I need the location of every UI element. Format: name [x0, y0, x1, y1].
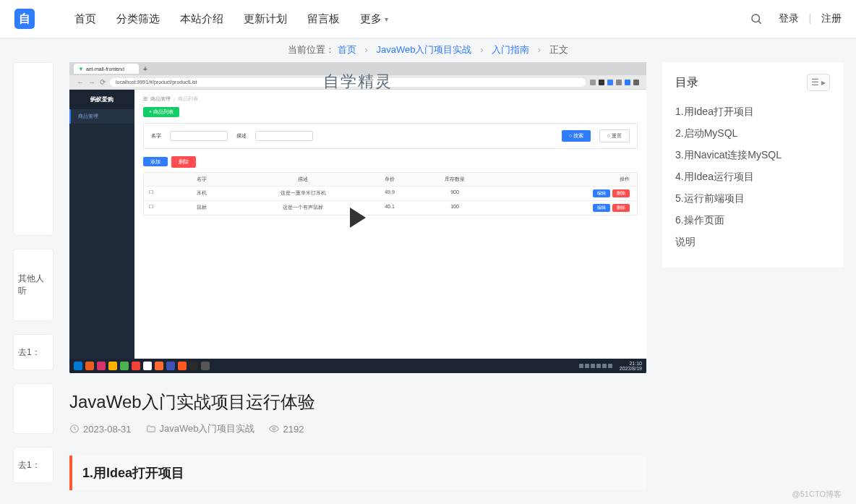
del-btn: 删除	[612, 189, 630, 197]
toc-title: 目录	[675, 75, 698, 90]
windows-icon	[74, 362, 82, 370]
td: 耳机	[158, 187, 245, 200]
tray-icon	[579, 364, 583, 368]
tray-icon	[602, 364, 607, 368]
tb-icon	[166, 362, 175, 370]
login-link[interactable]: 登录	[779, 12, 799, 24]
toc-item[interactable]: 1.用Idea打开项目	[675, 101, 830, 123]
eye-icon	[269, 424, 279, 434]
green-button: + 商品列表	[143, 107, 179, 117]
ext-icon	[590, 80, 596, 85]
delete-button: 删除	[171, 156, 196, 168]
toc-header: 目录 ☰ ▸	[675, 74, 830, 91]
tb-icon	[132, 362, 140, 370]
td: 900	[419, 187, 491, 200]
toc-item[interactable]: 4.用Idea运行项目	[675, 166, 830, 188]
table-row: ☐ 鼠标 这是一个有声鼠标 40.1 100 编辑删除	[144, 200, 637, 215]
data-table: 名字 描述 单价 库存数量 操作 ☐ 耳机 这是一重单米打耳机 49.9	[143, 172, 638, 215]
nav-filter[interactable]: 分类筛选	[116, 12, 160, 26]
toc-item[interactable]: 2.启动MySQL	[675, 123, 830, 145]
video-watermark: 自学精灵	[323, 71, 393, 93]
nav-links: 首页 分类筛选 本站介绍 更新计划 留言板 更多▾	[74, 12, 750, 26]
site-logo[interactable]: 自	[14, 9, 35, 29]
tb-icon	[85, 362, 94, 370]
del-btn: 删除	[612, 204, 630, 212]
crumb-cat[interactable]: JavaWeb入门项目实战	[377, 44, 472, 55]
crumb-home[interactable]: 首页	[338, 44, 356, 55]
auth-divider: |	[808, 12, 811, 24]
article-title: JavaWeb入门实战项目运行体验	[69, 390, 646, 414]
search-button: ○ 搜索	[562, 130, 591, 142]
nav-guestbook[interactable]: 留言板	[307, 12, 340, 26]
td: 49.9	[361, 187, 419, 200]
td: 鼠标	[158, 201, 245, 215]
th: 操作	[491, 173, 637, 186]
crumb-text: 商品列表	[178, 95, 198, 103]
table-header: 名字 描述 单价 库存数量 操作	[144, 173, 637, 186]
browser-tab: ▼ant-mall-frontend	[74, 64, 139, 74]
clock-icon	[69, 424, 80, 434]
ext-icons	[590, 80, 639, 85]
edit-btn: 编辑	[593, 189, 610, 197]
th-checkbox	[144, 173, 158, 186]
toc-panel: 目录 ☰ ▸ 1.用Idea打开项目 2.启动MySQL 3.用Navicat连…	[662, 62, 843, 268]
tb-icon	[108, 362, 117, 370]
frag-card: 去1：	[13, 447, 54, 483]
nav-home[interactable]: 首页	[74, 12, 96, 26]
register-link[interactable]: 注册	[821, 12, 842, 24]
tray-icons	[579, 364, 612, 368]
crumb-sep: ›	[365, 44, 368, 55]
filter-box: 名字 描述 ○ 搜索 ○ 重置	[143, 123, 638, 149]
reset-button: ○ 重置	[599, 129, 630, 142]
toc-item[interactable]: 6.操作页面	[675, 210, 830, 231]
meta-category[interactable]: JavaWeb入门项目实战	[146, 422, 255, 435]
nav-about[interactable]: 本站介绍	[180, 12, 223, 26]
td-checkbox: ☐	[144, 187, 158, 200]
reload-icon: ⟳	[100, 78, 106, 86]
table-row: ☐ 耳机 这是一重单米打耳机 49.9 900 编辑删除	[144, 186, 637, 200]
frag-card: 去1：	[13, 334, 54, 370]
filter-input	[170, 131, 228, 141]
td-actions: 编辑删除	[491, 187, 637, 200]
frag-text: 去1：	[18, 346, 40, 359]
frag-text: 去1：	[18, 459, 40, 471]
td: 100	[419, 201, 491, 215]
video-player[interactable]: 自学精灵 ▼ant-mall-frontend + ← → ⟳ localhos…	[69, 62, 646, 373]
clock-date: 2023/8/19	[620, 366, 642, 371]
menu-icon: ☰	[143, 96, 147, 102]
meta-views-text: 2192	[283, 424, 304, 435]
tb-icon	[178, 362, 187, 370]
article-meta: 2023-08-31 JavaWeb入门项目实战 2192	[69, 422, 646, 435]
app-sidebar: 蚂蚁爱购 商品管理	[69, 90, 134, 359]
search-icon[interactable]	[750, 12, 763, 25]
play-icon[interactable]	[350, 208, 366, 228]
frag-text: 其他人听	[18, 273, 48, 297]
app-title: 蚂蚁爱购	[69, 90, 134, 109]
vue-icon: ▼	[78, 66, 84, 72]
toc-toggle-button[interactable]: ☰ ▸	[807, 74, 830, 91]
chevron-down-icon: ▾	[385, 15, 388, 23]
clock-time: 21:10	[620, 361, 642, 366]
auth-block: 登录 | 注册	[779, 12, 842, 25]
section-heading-1: 1.用Idea打开项目	[69, 456, 646, 490]
nav-more[interactable]: 更多▾	[360, 12, 388, 26]
svg-point-0	[752, 14, 760, 22]
th: 描述	[245, 173, 361, 186]
toc-item[interactable]: 3.用Navicat连接MySQL	[675, 145, 830, 166]
list-icon: ☰ ▸	[811, 77, 826, 87]
main-content: 自学精灵 ▼ant-mall-frontend + ← → ⟳ localhos…	[69, 62, 646, 504]
back-icon: ←	[77, 78, 84, 86]
toc-item[interactable]: 说明	[675, 231, 830, 253]
crumb-sep: ›	[538, 44, 541, 55]
nav-plan[interactable]: 更新计划	[244, 12, 287, 26]
tb-icon	[120, 362, 129, 370]
filter-label: 描述	[236, 132, 247, 140]
tray-icon	[585, 364, 589, 368]
crumb-sep: /	[174, 97, 175, 102]
th: 单价	[361, 173, 419, 186]
crumb-section[interactable]: 入门指南	[492, 44, 529, 55]
tray-icon	[608, 364, 612, 368]
td: 这是一重单米打耳机	[245, 187, 361, 200]
td: 40.1	[361, 201, 419, 215]
toc-item[interactable]: 5.运行前端项目	[675, 188, 830, 210]
